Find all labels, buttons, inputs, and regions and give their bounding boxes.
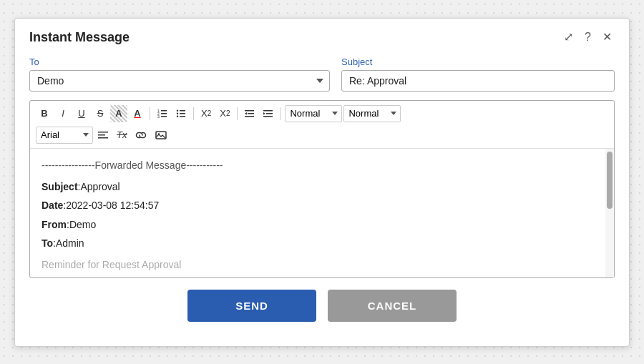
italic-button[interactable]: I xyxy=(54,105,72,122)
forwarded-from: From:Demo xyxy=(42,217,602,232)
toolbar-row-2: Arial Tx xyxy=(36,127,608,144)
dialog-backdrop: Instant Message ⤢ ? ✕ To Demo Subject xyxy=(0,0,644,364)
send-button[interactable]: SEND xyxy=(187,290,316,322)
expand-icon[interactable]: ⤢ xyxy=(561,30,576,44)
align-button[interactable] xyxy=(94,127,112,144)
form-row: To Demo Subject xyxy=(29,56,615,92)
svg-text:3.: 3. xyxy=(157,114,160,119)
close-icon[interactable]: ✕ xyxy=(600,30,615,44)
indent-button[interactable] xyxy=(241,105,258,122)
help-icon[interactable]: ? xyxy=(582,30,594,44)
subject-input[interactable] xyxy=(341,70,615,92)
faded-reminder-line: Reminder for Request Approval xyxy=(42,257,602,272)
subject-field-group: Subject xyxy=(341,56,615,92)
separator-3 xyxy=(237,107,238,120)
cancel-button[interactable]: CANCEL xyxy=(328,290,457,322)
unordered-list-button[interactable] xyxy=(172,105,190,122)
scrollbar-thumb[interactable] xyxy=(607,152,613,209)
image-button[interactable] xyxy=(152,127,170,144)
forwarded-subject: Subject:Approval xyxy=(42,179,602,195)
subscript-button[interactable]: X2 xyxy=(197,105,215,122)
dialog-header: Instant Message ⤢ ? ✕ xyxy=(29,30,615,45)
forwarded-header: ----------------Forwarded Message-------… xyxy=(42,157,602,173)
ordered-list-button[interactable]: 1. 2. 3. xyxy=(154,105,171,122)
from-field-value: Demo xyxy=(69,219,96,230)
toolbar: B I U S A A 1. 2. 3. xyxy=(30,101,614,149)
svg-point-10 xyxy=(177,112,178,114)
svg-rect-0 xyxy=(161,110,167,112)
separator-4 xyxy=(280,107,281,120)
subject-field-value: Approval xyxy=(80,181,119,192)
svg-point-9 xyxy=(177,109,178,111)
dialog-footer: SEND CANCEL xyxy=(29,290,615,322)
outdent-button[interactable] xyxy=(260,105,277,122)
to-field-value: Admin xyxy=(56,237,84,249)
scrollbar-track xyxy=(605,149,614,277)
forwarded-date: Date:2022-03-08 12:54:57 xyxy=(42,197,602,213)
subject-field-label: Subject xyxy=(42,181,78,192)
font-size-select[interactable]: Normal xyxy=(343,105,401,122)
svg-rect-12 xyxy=(245,110,254,112)
svg-point-11 xyxy=(177,115,178,117)
forwarded-to: To:Admin xyxy=(42,235,602,251)
svg-rect-6 xyxy=(180,110,185,112)
svg-rect-17 xyxy=(263,116,273,117)
svg-rect-14 xyxy=(245,116,254,117)
separator-2 xyxy=(193,107,194,120)
link-button[interactable] xyxy=(132,127,150,144)
svg-rect-8 xyxy=(180,116,185,117)
bold-button[interactable]: B xyxy=(36,105,53,122)
svg-rect-2 xyxy=(161,116,167,117)
separator-1 xyxy=(150,107,150,120)
editor-body[interactable]: ----------------Forwarded Message-------… xyxy=(30,149,614,277)
to-field-label: To xyxy=(42,237,53,249)
to-field-group: To Demo xyxy=(29,56,330,92)
to-label: To xyxy=(29,56,330,67)
to-select[interactable]: Demo xyxy=(29,70,330,92)
svg-rect-18 xyxy=(98,132,108,133)
superscript-button[interactable]: X2 xyxy=(216,105,233,122)
svg-rect-1 xyxy=(161,113,167,114)
underline-button[interactable]: U xyxy=(73,105,90,122)
font-color-button[interactable]: A xyxy=(129,105,146,122)
date-field-label: Date xyxy=(42,200,63,211)
svg-rect-16 xyxy=(266,113,273,114)
date-field-value: 2022-03-08 12:54:57 xyxy=(66,200,159,211)
highlight-button[interactable]: A xyxy=(110,105,127,122)
svg-rect-13 xyxy=(248,113,254,114)
paragraph-style-select[interactable]: Normal xyxy=(285,105,342,122)
svg-rect-19 xyxy=(98,134,105,136)
svg-rect-15 xyxy=(263,110,273,112)
editor-wrapper: ----------------Forwarded Message-------… xyxy=(30,149,614,277)
svg-rect-7 xyxy=(180,113,185,114)
strikethrough-button[interactable]: S xyxy=(92,105,109,122)
font-family-select[interactable]: Arial xyxy=(36,127,93,144)
instant-message-dialog: Instant Message ⤢ ? ✕ To Demo Subject xyxy=(14,18,630,347)
editor-container: B I U S A A 1. 2. 3. xyxy=(29,100,615,278)
header-icons: ⤢ ? ✕ xyxy=(561,30,615,44)
svg-rect-20 xyxy=(98,137,108,139)
forwarded-message: ----------------Forwarded Message-------… xyxy=(42,157,602,273)
clear-format-button[interactable]: Tx xyxy=(113,127,130,144)
dialog-title: Instant Message xyxy=(29,30,130,45)
from-field-label: From xyxy=(42,219,67,230)
subject-label: Subject xyxy=(341,56,615,67)
toolbar-row-1: B I U S A A 1. 2. 3. xyxy=(36,105,608,122)
